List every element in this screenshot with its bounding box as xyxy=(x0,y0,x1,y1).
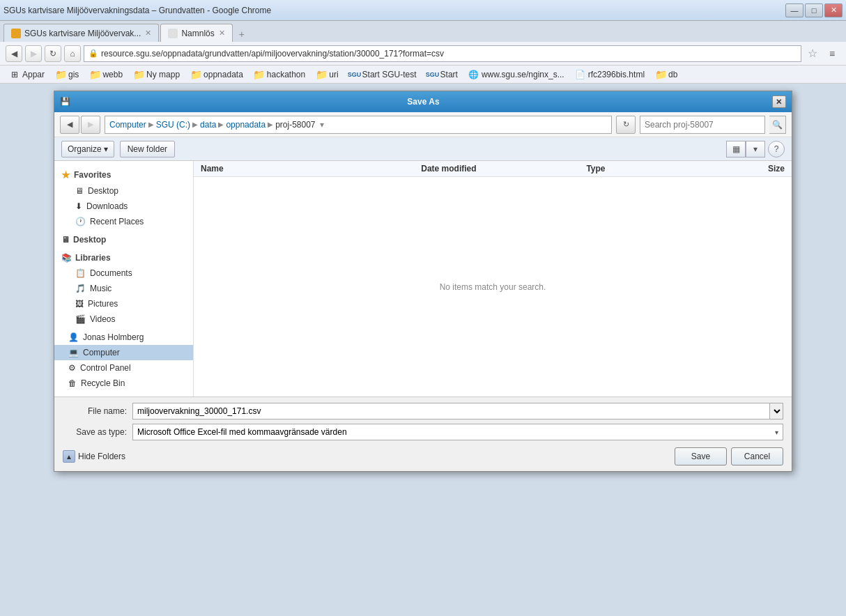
browser-window: SGUs kartvisare Miljöövervakningsdata – … xyxy=(0,0,846,616)
libraries-header[interactable]: 📚 Libraries xyxy=(54,250,193,265)
col-date-modified[interactable]: Date modified xyxy=(421,164,586,174)
close-btn[interactable]: ✕ xyxy=(824,3,843,17)
bookmark-star-btn[interactable]: ☆ xyxy=(804,45,821,62)
search-btn[interactable]: 🔍 xyxy=(769,116,786,134)
bookmark-start-sgu-test[interactable]: SGU Start SGU-test xyxy=(346,68,421,81)
breadcrumb-computer[interactable]: Computer xyxy=(109,120,146,130)
savetype-arrow-icon: ▾ xyxy=(775,429,778,436)
bookmark-gis[interactable]: 📁 gis xyxy=(52,68,83,81)
breadcrumb-sgu[interactable]: SGU (C:) xyxy=(156,120,190,130)
bookmark-ny-mapp[interactable]: 📁 Ny mapp xyxy=(130,68,184,81)
minimize-btn[interactable]: — xyxy=(785,3,803,17)
filename-dropdown[interactable] xyxy=(769,403,783,419)
home-btn[interactable]: ⌂ xyxy=(64,45,81,62)
add-tab-btn[interactable]: + xyxy=(234,26,249,42)
forward-btn[interactable]: ▶ xyxy=(25,45,42,62)
breadcrumb-data[interactable]: data xyxy=(200,120,216,130)
organize-btn[interactable]: Organize ▾ xyxy=(61,141,114,157)
user-label: Jonas Holmberg xyxy=(83,332,144,342)
bookmark-db[interactable]: 📁 db xyxy=(652,68,682,81)
back-btn[interactable]: ◀ xyxy=(6,45,22,62)
bookmark-rfc2396bis[interactable]: 📄 rfc2396bis.html xyxy=(571,68,649,81)
desktop-section-icon: 🖥 xyxy=(61,235,70,245)
savetype-row: Save as type: Microsoft Office Excel-fil… xyxy=(63,424,783,440)
bookmark-appar[interactable]: ⊞ Appar xyxy=(6,68,49,81)
search-input[interactable] xyxy=(640,116,765,134)
empty-message: No items match your search. xyxy=(440,282,546,292)
savetype-label: Save as type: xyxy=(63,427,132,437)
sgu-icon: SGU xyxy=(428,70,438,79)
col-size[interactable]: Size xyxy=(697,164,785,174)
sidebar-documents[interactable]: 📋 Documents xyxy=(54,265,193,281)
favorites-label: Favorites xyxy=(74,170,111,180)
favorites-star-icon: ★ xyxy=(61,169,70,180)
nav-bar: ◀ ▶ ↻ ⌂ 🔒 resource.sgu.se/oppnadata/grun… xyxy=(0,42,846,66)
sidebar-recent-places[interactable]: 🕐 Recent Places xyxy=(54,214,193,229)
breadcrumb-current: proj-58007 xyxy=(275,120,315,130)
tab-2-close[interactable]: ✕ xyxy=(219,29,225,38)
savetype-dropdown[interactable]: Microsoft Office Excel-fil med kommaavgr… xyxy=(132,424,783,440)
sidebar-music[interactable]: 🎵 Music xyxy=(54,281,193,296)
desktop-section-header[interactable]: 🖥 Desktop xyxy=(54,232,193,247)
webb-folder-icon: 📁 xyxy=(90,70,100,79)
music-icon: 🎵 xyxy=(75,284,86,293)
sidebar-recycle-bin[interactable]: 🗑 Recycle Bin xyxy=(54,376,193,391)
address-bar[interactable]: 🔒 resource.sgu.se/oppnadata/grundvatten/… xyxy=(84,45,801,62)
bookmark-uri[interactable]: 📁 uri xyxy=(312,68,342,81)
view-arrow-btn[interactable]: ▾ xyxy=(746,141,765,157)
tab-1-label: SGUs kartvisare Miljöövervak... xyxy=(24,29,141,38)
breadcrumb-oppnadata[interactable]: oppnadata xyxy=(226,120,266,130)
bookmark-webb[interactable]: 📁 webb xyxy=(86,68,127,81)
maximize-btn[interactable]: □ xyxy=(805,3,823,17)
breadcrumb-sep-4: ▶ xyxy=(268,121,273,128)
favorites-section: ★ Favorites 🖥 Desktop ⬇ Downloads 🕐 xyxy=(54,167,193,229)
cancel-button[interactable]: Cancel xyxy=(731,447,783,465)
recycle-bin-label: Recycle Bin xyxy=(81,378,125,388)
sidebar-user[interactable]: 👤 Jonas Holmberg xyxy=(54,330,193,345)
chrome-menu-btn[interactable]: ≡ xyxy=(824,45,840,62)
dialog-forward-btn[interactable]: ▶ xyxy=(81,116,100,134)
tab-1-close[interactable]: ✕ xyxy=(145,29,151,38)
tab-1[interactable]: SGUs kartvisare Miljöövervak... ✕ xyxy=(3,24,159,42)
dialog-refresh-btn[interactable]: ↻ xyxy=(616,116,636,134)
dialog-close-btn[interactable]: ✕ xyxy=(772,95,786,108)
bookmark-rfc-label: rfc2396bis.html xyxy=(588,70,645,79)
sidebar-control-panel[interactable]: ⚙ Control Panel xyxy=(54,360,193,376)
dialog-toolbar: ◀ ▶ Computer ▶ SGU (C:) ▶ data ▶ oppnada… xyxy=(54,112,792,137)
desktop-icon: 🖥 xyxy=(75,186,84,196)
title-bar: SGUs kartvisare Miljöövervakningsdata – … xyxy=(0,0,846,21)
documents-icon: 📋 xyxy=(75,268,86,278)
col-name[interactable]: Name xyxy=(201,164,421,174)
file-list-header: Name Date modified Type Size xyxy=(194,161,792,177)
sidebar-downloads[interactable]: ⬇ Downloads xyxy=(54,199,193,214)
bookmark-www-sgu[interactable]: 🌐 www.sgu.se/nginx_s... xyxy=(465,68,569,81)
save-button[interactable]: Save xyxy=(675,447,727,465)
videos-icon: 🎬 xyxy=(75,314,86,324)
bookmark-www-sgu-label: www.sgu.se/nginx_s... xyxy=(482,70,564,79)
hide-folders-btn[interactable]: ▲ Hide Folders xyxy=(63,450,125,463)
filename-input[interactable] xyxy=(132,403,770,419)
bookmark-oppnadata[interactable]: 📁 oppnadata xyxy=(187,68,247,81)
bookmark-hackathon[interactable]: 📁 hackathon xyxy=(250,68,309,81)
bookmark-appar-label: Appar xyxy=(22,70,45,79)
sidebar-pictures[interactable]: 🖼 Pictures xyxy=(54,296,193,311)
www-sgu-icon: 🌐 xyxy=(469,70,479,79)
desktop-section-label: Desktop xyxy=(73,235,106,245)
sidebar-videos[interactable]: 🎬 Videos xyxy=(54,311,193,327)
dialog-back-btn[interactable]: ◀ xyxy=(60,116,79,134)
bookmark-start[interactable]: SGU Start xyxy=(424,68,462,81)
sidebar-desktop[interactable]: 🖥 Desktop xyxy=(54,183,193,199)
reload-btn[interactable]: ↻ xyxy=(45,45,61,62)
new-folder-btn[interactable]: New folder xyxy=(120,141,175,157)
help-btn[interactable]: ? xyxy=(768,141,785,157)
breadcrumb-dropdown-btn[interactable]: ▾ xyxy=(316,120,328,130)
favorites-header[interactable]: ★ Favorites xyxy=(54,167,193,183)
tab-2[interactable]: Namnlös ✕ xyxy=(160,24,232,42)
sidebar-computer[interactable]: 💻 Computer xyxy=(54,345,193,360)
libraries-section: 📚 Libraries 📋 Documents 🎵 Music 🖼 xyxy=(54,250,193,327)
col-type[interactable]: Type xyxy=(586,164,696,174)
view-toggle-btn[interactable]: ▦ xyxy=(726,141,746,157)
dialog-file-area: Name Date modified Type Size No items ma… xyxy=(194,161,792,396)
save-as-dialog: 💾 Save As ✕ ◀ ▶ Computer ▶ SGU (C:) ▶ da… xyxy=(54,91,792,472)
dialog-title-controls: ✕ xyxy=(772,95,786,108)
